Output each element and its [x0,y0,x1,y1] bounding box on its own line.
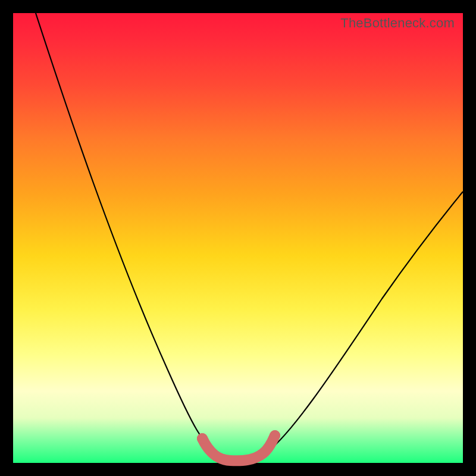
highlight-band [202,436,275,461]
curve-layer [13,13,463,463]
bottleneck-curve [36,13,463,459]
highlight-dot-left [197,433,208,444]
chart-frame: TheBottleneck.com [0,0,476,476]
highlight-dot-right [270,430,280,441]
plot-area: TheBottleneck.com [13,13,463,463]
